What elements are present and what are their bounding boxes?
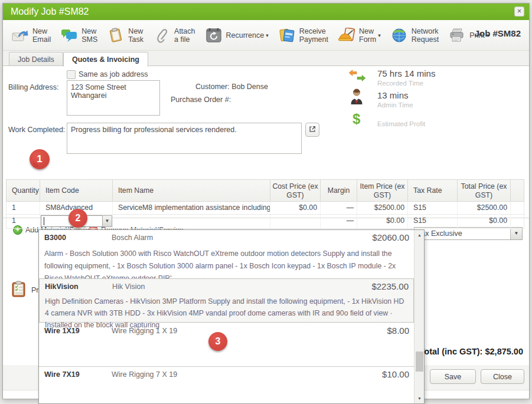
callout-badge-3: 3 <box>208 332 227 351</box>
admin-time-value: 13 mins <box>377 90 409 100</box>
chevron-down-icon: ▼ <box>510 228 522 239</box>
item-name: Bosch Alarm <box>112 234 153 242</box>
recurrence-icon <box>205 27 223 44</box>
item-price: $2235.00 <box>371 281 409 291</box>
save-button[interactable]: Save <box>430 369 476 384</box>
col-margin: Margin <box>320 180 357 201</box>
admin-time-icon <box>350 88 363 107</box>
estimated-profit-label: Estimated Profit <box>377 120 425 127</box>
tab-bar: Job Details Quotes & Invoicing <box>3 51 529 66</box>
work-completed-label: Work Completed: <box>8 126 65 134</box>
toolbar-label: ReceivePayment <box>299 27 328 44</box>
dialog-title: Modify Job #SM82 <box>11 6 89 17</box>
print-icon <box>448 27 466 44</box>
job-reference: Job #SM82 <box>475 28 521 38</box>
item-code: B3000 <box>44 234 66 242</box>
combo-dropdown-button[interactable]: ▼ <box>102 215 112 227</box>
tab-job-details[interactable]: Job Details <box>9 52 63 66</box>
recorded-time-value: 75 hrs 14 mins <box>377 68 435 78</box>
admin-time-label: Admin Time <box>377 101 413 109</box>
attach-file-icon <box>153 27 171 44</box>
chevron-down-icon: ▾ <box>378 32 381 38</box>
tab-quotes-invoicing[interactable]: Quotes & Invoicing <box>63 52 148 67</box>
receive-payment-button[interactable]: ReceivePayment <box>278 27 328 44</box>
toolbar: NewEmail NewSMS NewTask Attacha file <box>3 20 529 51</box>
billing-address-input[interactable]: 123 Some Street Whangarei <box>67 80 160 116</box>
same-as-job-address-checkbox[interactable] <box>67 70 76 79</box>
item-name: Wire Rigging 7 X 19 <box>112 370 177 379</box>
new-email-icon <box>11 27 29 44</box>
col-item-name: Item Name <box>112 180 270 201</box>
billing-address-label: Billing Address: <box>8 83 58 91</box>
attach-file-button[interactable]: Attacha file <box>153 27 195 44</box>
col-item-code: Item Code <box>40 180 112 201</box>
close-button[interactable]: Close <box>481 369 524 384</box>
text-caret <box>44 217 44 225</box>
col-cost-price: Cost Price (ex GST) <box>270 180 320 201</box>
network-request-button[interactable]: NetworkRequest <box>390 27 439 44</box>
scroll-up-icon[interactable]: ▲ <box>414 230 425 240</box>
item-price: $2060.00 <box>372 232 409 242</box>
list-item-b3000[interactable]: B3000 Bosch Alarm $2060.00 Alarm - Bosch… <box>39 230 414 278</box>
customer-label: Customer: Bob Dense <box>195 83 268 91</box>
item-price: $8.00 <box>387 326 409 336</box>
new-form-button[interactable]: NewForm ▾ <box>338 27 381 44</box>
recorded-time-icon <box>348 70 366 83</box>
new-task-button[interactable]: NewTask <box>107 27 143 44</box>
list-item-hikvision[interactable]: HikVision Hik Vision $2235.00 High Defin… <box>39 278 414 323</box>
chevron-down-icon: ▾ <box>266 32 269 38</box>
item-code: HikVision <box>45 283 79 291</box>
clipboard-icon <box>11 281 27 299</box>
purchase-order-label: Purchase Order #: <box>171 96 231 104</box>
item-name: Wire Rigging 1 X 19 <box>112 327 177 335</box>
work-completed-input[interactable]: Progress billing for professional servic… <box>67 123 302 154</box>
new-sms-icon <box>60 27 78 44</box>
close-icon[interactable]: × <box>514 6 524 17</box>
col-spare <box>510 180 524 201</box>
recorded-time-label: Recorded Time <box>377 80 423 87</box>
dialog-titlebar: Modify Job #SM82 × <box>3 4 529 20</box>
modify-job-screen: Modify Job #SM82 × NewEmail NewSMS <box>0 0 532 404</box>
toolbar-label: NewSMS <box>81 27 97 44</box>
receive-payment-icon <box>278 27 296 44</box>
amounts-select[interactable]: Tax Exclusive ▼ <box>414 227 523 240</box>
item-name: Hik Vision <box>112 283 145 291</box>
scrollbar-thumb[interactable] <box>416 352 423 372</box>
total-inc-gst: Total (inc GST): $2,875.00 <box>420 347 523 356</box>
col-total-price: Total Price (ex GST) <box>457 180 510 201</box>
toolbar-label: NetworkRequest <box>412 27 439 44</box>
new-task-icon <box>107 27 125 44</box>
expand-icon <box>308 125 316 135</box>
item-price: $10.00 <box>382 369 409 379</box>
col-tax-rate: Tax Rate <box>407 180 457 201</box>
toolbar-label: Recurrence <box>226 31 265 40</box>
recurrence-button[interactable]: Recurrence ▾ <box>205 27 269 44</box>
table-header-row: Quantity Item Code Item Name Cost Price … <box>6 179 524 202</box>
toolbar-label: NewEmail <box>32 27 51 44</box>
new-email-button[interactable]: NewEmail <box>11 27 51 44</box>
network-request-icon <box>390 27 408 44</box>
scroll-down-icon[interactable]: ▼ <box>414 393 425 403</box>
list-item-wire-7x19[interactable]: Wire 7X19 Wire Rigging 7 X 19 $10.00 <box>39 366 414 403</box>
toolbar-label: Attacha file <box>174 27 195 44</box>
new-sms-button[interactable]: NewSMS <box>60 27 97 44</box>
col-item-price: Item Price (ex GST) <box>357 180 407 201</box>
col-quantity: Quantity <box>6 180 40 201</box>
expand-work-completed-button[interactable] <box>305 123 319 137</box>
item-code: Wire 1X19 <box>44 327 80 335</box>
item-code: Wire 7X19 <box>44 370 80 379</box>
dropdown-scrollbar[interactable]: ▲ ▼ <box>414 230 424 403</box>
same-as-job-address-label: Same as job address <box>79 70 148 78</box>
item-code-dropdown-list: B3000 Bosch Alarm $2060.00 Alarm - Bosch… <box>38 229 425 404</box>
estimated-profit-icon: $ <box>353 112 360 126</box>
callout-badge-2: 2 <box>68 209 87 228</box>
new-form-icon <box>338 27 355 44</box>
toolbar-label: NewForm <box>359 27 376 44</box>
callout-badge-1: 1 <box>30 149 50 169</box>
toolbar-label: NewTask <box>128 27 143 44</box>
